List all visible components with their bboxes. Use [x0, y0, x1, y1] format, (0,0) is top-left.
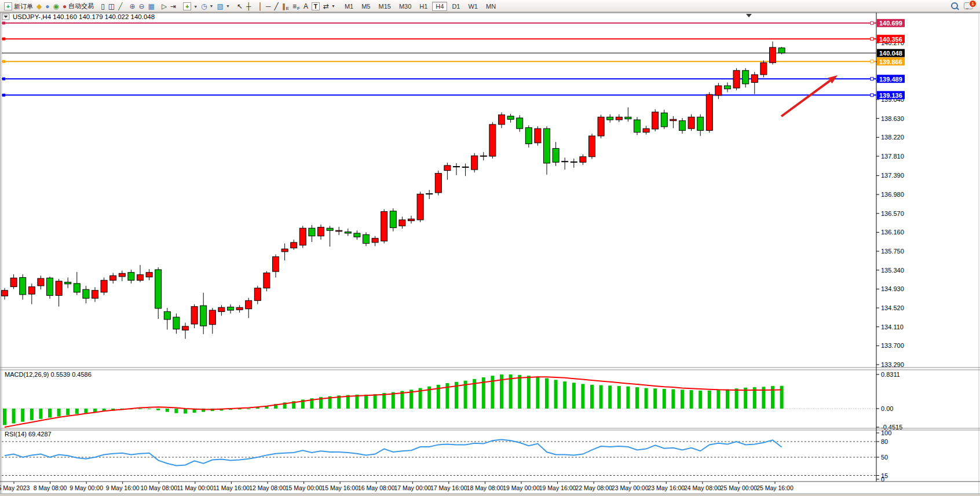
- new-order-button-label: 新订单: [14, 2, 33, 11]
- price-tick-label: 137.810: [881, 153, 904, 160]
- price-tick-label: 134.520: [881, 304, 904, 311]
- price-tick-label: 135.340: [881, 267, 904, 274]
- candle-body: [607, 117, 613, 120]
- channel-button[interactable]: ∥E: [280, 1, 291, 11]
- timeframe-m30[interactable]: M30: [396, 2, 415, 11]
- candle-body: [101, 280, 107, 292]
- arrows-button[interactable]: ⇄▼: [321, 1, 337, 11]
- macd-histogram-bar: [184, 409, 187, 414]
- paint-bucket-button[interactable]: ◆: [35, 1, 43, 11]
- timeframe-d1[interactable]: D1: [448, 2, 463, 11]
- periods-button[interactable]: ◷▼: [199, 1, 215, 11]
- candle-body: [119, 273, 125, 277]
- price-tick-label: 137.390: [881, 172, 904, 179]
- price-tick-label: 133.290: [881, 361, 904, 368]
- fibonacci-button[interactable]: ≡F: [291, 1, 302, 11]
- chart-bars-button[interactable]: ▯: [99, 1, 107, 11]
- auto-scroll-button[interactable]: ▷: [160, 1, 169, 11]
- timeframe-m5[interactable]: M5: [358, 2, 374, 11]
- vertical-line-button[interactable]: │: [256, 1, 264, 11]
- line-handle-right[interactable]: [871, 94, 873, 97]
- candle-body: [643, 128, 649, 132]
- candle-body: [489, 124, 496, 156]
- candle-body: [20, 277, 26, 294]
- candle-body: [390, 211, 396, 228]
- macd-histogram-bar: [374, 394, 377, 409]
- trendline-button[interactable]: ╱: [272, 1, 280, 11]
- macd-histogram-bar: [138, 409, 142, 409]
- candle-body: [83, 289, 89, 298]
- timeframe-mn[interactable]: MN: [482, 2, 499, 11]
- line-handle-left[interactable]: [2, 21, 5, 24]
- templates-button[interactable]: ▧▼: [215, 1, 232, 11]
- chat-icon[interactable]: 1: [964, 2, 973, 9]
- date-tick-label: 16 May 08:00: [358, 484, 395, 491]
- notification-badge: 1: [969, 0, 977, 8]
- candle-body: [110, 275, 116, 280]
- line-handle-left[interactable]: [2, 94, 5, 97]
- signals-button[interactable]: ◉: [51, 1, 60, 11]
- chart-shift-icon: ⇥: [170, 3, 176, 10]
- macd-histogram-bar: [166, 409, 169, 412]
- candle-body: [2, 291, 8, 296]
- timeframe-h4[interactable]: H4: [432, 2, 447, 11]
- caret-down-icon: ▼: [226, 4, 230, 8]
- candle-body: [65, 282, 71, 284]
- timeframe-h1[interactable]: H1: [416, 2, 431, 11]
- macd-histogram-bar: [690, 390, 693, 409]
- macd-histogram-bar: [536, 377, 539, 409]
- candle: [381, 210, 387, 244]
- line-handle-right[interactable]: [871, 60, 873, 63]
- horizontal-line-button[interactable]: ─: [264, 1, 273, 11]
- chart-line-button[interactable]: ╱: [116, 1, 124, 11]
- line-handle-right[interactable]: [871, 78, 873, 80]
- macd-histogram-bar: [545, 378, 548, 409]
- text-label-button[interactable]: T: [310, 2, 321, 12]
- crosshair-button[interactable]: ┼: [244, 1, 253, 11]
- macd-histogram-bar: [156, 409, 160, 410]
- date-tick-label: 23 May 00:00: [612, 484, 649, 491]
- macd-histogram-bar: [3, 409, 6, 425]
- search-icon[interactable]: [951, 2, 958, 9]
- profiles-button[interactable]: ●: [43, 1, 51, 11]
- chart-background: [0, 12, 980, 496]
- price-tick-label: 133.700: [881, 342, 904, 349]
- candle-body: [661, 113, 667, 127]
- candle-body: [454, 166, 460, 167]
- candle-body: [164, 311, 170, 319]
- line-handle-right[interactable]: [871, 21, 873, 24]
- line-handle-right[interactable]: [871, 38, 873, 41]
- candle-body: [281, 249, 288, 252]
- timeframe-m15[interactable]: M15: [375, 2, 394, 11]
- chart-candles-button[interactable]: ◫: [107, 1, 116, 11]
- candle: [634, 117, 641, 135]
- profiles-icon: ●: [45, 3, 49, 10]
- candle: [688, 114, 694, 131]
- tile-windows-button[interactable]: ▦: [147, 1, 156, 11]
- line-handle-left[interactable]: [2, 60, 5, 63]
- candle-body: [562, 161, 568, 162]
- document-plus-icon: +: [4, 2, 12, 10]
- svg-text:140.699: 140.699: [879, 20, 902, 27]
- macd-histogram-bar: [66, 409, 70, 415]
- line-handle-left[interactable]: [2, 78, 5, 80]
- cursor-button[interactable]: ↖: [235, 1, 244, 11]
- indicators-button[interactable]: +▼: [181, 2, 199, 12]
- candle-body: [525, 128, 532, 144]
- new-order-button[interactable]: +新订单: [2, 2, 35, 12]
- date-tick-label: 24 May 08:00: [684, 484, 721, 491]
- candle-body: [462, 167, 469, 167]
- date-tick-label: 9 May 00:00: [70, 484, 103, 491]
- chart-shift-button[interactable]: ⇥: [169, 1, 178, 11]
- zoom-in-button[interactable]: ⊕: [127, 1, 137, 11]
- candle-body: [264, 273, 270, 288]
- candle-body: [571, 162, 577, 163]
- line-handle-left[interactable]: [2, 38, 5, 41]
- timeframe-m1[interactable]: M1: [341, 2, 357, 11]
- zoom-out-button[interactable]: ⊖: [137, 1, 146, 11]
- svg-text:139.136: 139.136: [879, 92, 902, 99]
- line-chart-icon: ╱: [118, 3, 122, 10]
- text-button[interactable]: A: [302, 1, 310, 11]
- timeframe-w1[interactable]: W1: [465, 2, 481, 11]
- autotrading-button[interactable]: ●自动交易: [61, 1, 96, 11]
